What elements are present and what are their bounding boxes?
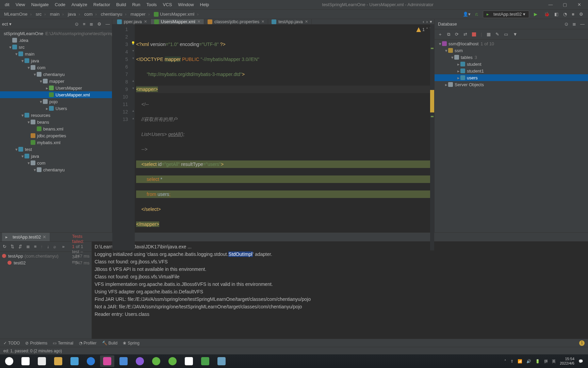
tool-tab-spring[interactable]: ❀ Spring xyxy=(123,341,140,346)
tool-tab-problems[interactable]: ⊘ Problems xyxy=(25,341,47,346)
editor-tab[interactable]: classes\jdbc.properties✕ xyxy=(204,19,268,24)
taskbar-app[interactable] xyxy=(18,355,33,367)
menu-item[interactable]: VCS xyxy=(160,1,175,8)
tray-ime1[interactable]: 拼 xyxy=(544,359,548,364)
user-icon[interactable]: 👤▾ xyxy=(463,12,471,17)
build-icon[interactable]: ⎌ xyxy=(475,12,478,17)
database-tree-item[interactable]: ▸student xyxy=(435,61,588,67)
taskbar-app[interactable] xyxy=(51,355,65,367)
coverage-button[interactable]: ◧ xyxy=(554,12,558,17)
tray-usb-icon[interactable]: ⇪ xyxy=(510,359,513,364)
database-tree-item[interactable]: ▸Server Objects xyxy=(435,81,588,88)
hide-icon[interactable]: — xyxy=(105,21,110,27)
taskbar-app[interactable] xyxy=(198,355,212,367)
hide-icon[interactable]: — xyxy=(580,21,585,27)
menu-item[interactable]: Tools xyxy=(144,1,159,8)
database-tree-item[interactable]: ▾tables3 xyxy=(435,54,588,61)
tool-tab-todo[interactable]: ✓ TODO xyxy=(3,341,20,346)
code-editor[interactable]: 12345678910111213 💡▾ ▾▴ ▾▴▴ 1 ˄ ˅ <?xml … xyxy=(112,25,434,250)
maximize-button[interactable]: ▢ xyxy=(558,2,572,7)
menu-item[interactable]: Help xyxy=(197,1,212,8)
editor-tab[interactable]: pper.java✕ xyxy=(114,19,151,24)
breadcrumb[interactable]: src xyxy=(34,12,48,17)
taskbar-app[interactable] xyxy=(116,355,131,367)
prev-highlight-icon[interactable]: ˄ xyxy=(426,26,428,33)
expand-icon[interactable]: ≣ xyxy=(26,244,30,249)
breadcrumb[interactable]: MLearnOne xyxy=(2,12,34,17)
tool-tab-terminal[interactable]: ▭ Terminal xyxy=(53,341,73,346)
error-stripe[interactable] xyxy=(430,25,434,250)
menu-item[interactable]: Window xyxy=(175,1,196,8)
minimize-button[interactable]: — xyxy=(544,2,557,7)
menu-item[interactable]: View xyxy=(13,1,28,8)
project-tree-item[interactable]: ▾java xyxy=(0,153,112,159)
sort-abc-icon[interactable]: ⇵ xyxy=(18,244,22,249)
menu-item[interactable]: Refactor xyxy=(91,1,113,8)
locate-icon[interactable]: ⊙ xyxy=(565,21,568,27)
project-tree-item[interactable]: stSpringMLearnOneE:\JAVA\ssm\spring\one\… xyxy=(0,30,112,37)
run-button[interactable]: ▶ xyxy=(534,12,539,17)
tool-tab-build[interactable]: 🔨 Build xyxy=(102,341,118,346)
tray-ime2[interactable]: 英 xyxy=(552,359,556,364)
project-tree-item[interactable]: ▾java xyxy=(0,57,112,64)
notification-badge[interactable]: 1 xyxy=(579,340,585,346)
tray-chevron-icon[interactable]: ˄ xyxy=(504,359,506,364)
breadcrumb[interactable]: chentianyu xyxy=(99,12,128,17)
project-tree-item[interactable]: UsersMapper.xml xyxy=(0,91,112,98)
sync-icon[interactable]: ⇄ xyxy=(463,32,467,37)
search-icon[interactable]: ⌕ xyxy=(53,244,56,249)
run-config-selector[interactable]: ▸ testApp.test02 ▾ xyxy=(483,11,529,18)
project-tree-item[interactable]: ▾test xyxy=(0,146,112,153)
profile-button[interactable]: ◔ xyxy=(563,12,567,17)
fold-gutter[interactable]: 💡▾ ▾▴ ▾▴▴ xyxy=(131,25,135,250)
project-tree-item[interactable]: ▾src xyxy=(0,44,112,50)
project-view-selector[interactable]: ect ▾ xyxy=(2,21,12,27)
project-tree-item[interactable]: beans.xml xyxy=(0,125,112,132)
breadcrumb[interactable]: main xyxy=(48,12,66,17)
menu-item[interactable]: Navigate xyxy=(29,1,51,8)
collapse-icon[interactable]: ≡ xyxy=(34,244,37,249)
select-opened-file-icon[interactable]: ⊙ xyxy=(75,21,79,27)
tab-list-icon[interactable]: ▾ xyxy=(430,19,432,24)
breadcrumb[interactable]: java xyxy=(66,12,82,17)
table-view-icon[interactable]: ▦ xyxy=(487,32,491,37)
tray-battery-icon[interactable]: 🔋 xyxy=(535,359,540,364)
project-tree-item[interactable]: ▾beans xyxy=(0,119,112,125)
taskbar-app[interactable] xyxy=(35,355,49,367)
database-tree-item[interactable]: ▸student1 xyxy=(435,67,588,74)
menu-item[interactable]: Code xyxy=(52,1,68,8)
taskbar-app[interactable] xyxy=(165,355,180,367)
console-output[interactable]: D:\LearnApp\SDK\Java\JDK17\bin\java.exe … xyxy=(92,242,588,339)
collapse-icon[interactable]: ≣ xyxy=(572,21,576,27)
breadcrumb[interactable]: mapper xyxy=(129,12,152,17)
project-tree-item[interactable]: jdbc.properties xyxy=(0,132,112,139)
test-tree-item[interactable]: test02347 ms xyxy=(0,259,92,266)
menu-item[interactable]: Build xyxy=(113,1,129,8)
project-tree-item[interactable]: .idea xyxy=(0,37,112,44)
taskbar-app[interactable] xyxy=(149,355,163,367)
close-icon[interactable]: ✕ xyxy=(261,19,264,24)
taskbar-app[interactable] xyxy=(84,355,98,367)
prev-failed-icon[interactable]: ↑ xyxy=(41,244,43,249)
project-tree-item[interactable]: ▾resources xyxy=(0,112,112,119)
breadcrumb[interactable]: UsersMapper.xml xyxy=(152,12,200,17)
rerun-icon[interactable]: ↻ xyxy=(3,244,6,249)
close-icon[interactable]: ✕ xyxy=(197,19,200,24)
project-tree-item[interactable]: ▾chentianyu xyxy=(0,166,112,173)
test-tree-item[interactable]: testApp(com.chentianyu)347 ms xyxy=(0,252,92,259)
tray-notification-icon[interactable]: 💬 xyxy=(578,359,583,364)
database-tree-item[interactable]: ▾ssm xyxy=(435,47,588,54)
taskbar-app[interactable] xyxy=(133,355,147,367)
project-tree-item[interactable]: ▾com xyxy=(0,64,112,71)
editor-tab[interactable]: UsersMapper.xml✕ xyxy=(151,19,204,24)
refresh-icon[interactable]: ⟳ xyxy=(455,32,459,37)
project-tree-item[interactable]: mybatis.xml xyxy=(0,139,112,146)
menu-item[interactable]: Analyze xyxy=(69,1,90,8)
stop-icon[interactable] xyxy=(472,32,476,36)
breadcrumb[interactable]: com xyxy=(82,12,99,17)
menu-item[interactable]: dit xyxy=(2,1,12,8)
code-content[interactable]: 1 ˄ ˅ <?xml version="1.0" encoding="UTF-… xyxy=(135,25,434,250)
close-icon[interactable]: ✕ xyxy=(305,19,308,24)
expand-all-icon[interactable]: ≡ xyxy=(83,21,85,27)
filter-icon[interactable]: ▼ xyxy=(513,32,517,37)
